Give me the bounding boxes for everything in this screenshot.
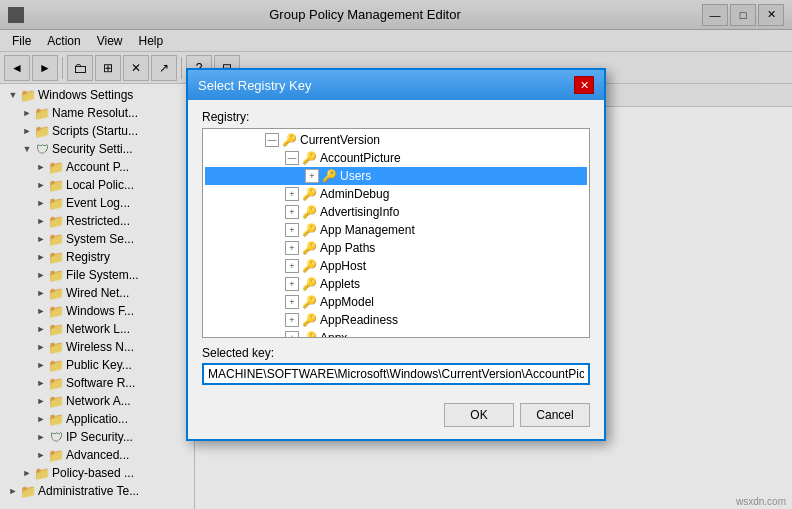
cancel-button[interactable]: Cancel xyxy=(520,403,590,427)
dialog-footer: OK Cancel xyxy=(188,395,604,439)
reg-item-advertising-info[interactable]: + 🔑 AdvertisingInfo xyxy=(205,203,587,221)
reg-key-icon-app-host: 🔑 xyxy=(301,258,317,274)
reg-expander-users[interactable]: + xyxy=(305,169,319,183)
reg-item-appx[interactable]: + 🔑 Appx xyxy=(205,329,587,338)
reg-expander-app-model[interactable]: + xyxy=(285,295,299,309)
reg-item-app-host[interactable]: + 🔑 AppHost xyxy=(205,257,587,275)
reg-key-icon-users: 🔑 xyxy=(321,168,337,184)
reg-key-icon-applets: 🔑 xyxy=(301,276,317,292)
reg-item-current-version[interactable]: — 🔑 CurrentVersion xyxy=(205,131,587,149)
reg-key-icon-admin-debug: 🔑 xyxy=(301,186,317,202)
reg-key-icon-app-paths: 🔑 xyxy=(301,240,317,256)
dialog-title: Select Registry Key xyxy=(198,78,311,93)
reg-key-icon-app-model: 🔑 xyxy=(301,294,317,310)
reg-expander-app-paths[interactable]: + xyxy=(285,241,299,255)
registry-label: Registry: xyxy=(202,110,590,124)
reg-item-app-paths[interactable]: + 🔑 App Paths xyxy=(205,239,587,257)
dialog-close-button[interactable]: ✕ xyxy=(574,76,594,94)
reg-expander-app-readiness[interactable]: + xyxy=(285,313,299,327)
selected-key-label: Selected key: xyxy=(202,346,590,360)
dialog-body: Registry: — 🔑 CurrentVersion — 🔑 Account… xyxy=(188,100,604,395)
reg-key-icon-account-picture: 🔑 xyxy=(301,150,317,166)
ok-button[interactable]: OK xyxy=(444,403,514,427)
reg-key-icon-app-management: 🔑 xyxy=(301,222,317,238)
reg-item-applets[interactable]: + 🔑 Applets xyxy=(205,275,587,293)
reg-item-app-model[interactable]: + 🔑 AppModel xyxy=(205,293,587,311)
reg-expander-current-version[interactable]: — xyxy=(265,133,279,147)
reg-item-app-management[interactable]: + 🔑 App Management xyxy=(205,221,587,239)
reg-key-icon-advertising-info: 🔑 xyxy=(301,204,317,220)
dialog-title-bar: Select Registry Key ✕ xyxy=(188,70,604,100)
select-registry-key-dialog: Select Registry Key ✕ Registry: — 🔑 Curr… xyxy=(186,68,606,441)
registry-tree[interactable]: — 🔑 CurrentVersion — 🔑 AccountPicture + … xyxy=(202,128,590,338)
reg-key-icon-app-readiness: 🔑 xyxy=(301,312,317,328)
reg-item-app-readiness[interactable]: + 🔑 AppReadiness xyxy=(205,311,587,329)
reg-expander-appx[interactable]: + xyxy=(285,331,299,338)
selected-key-area: Selected key: xyxy=(202,346,590,385)
reg-key-icon-appx: 🔑 xyxy=(301,330,317,338)
selected-key-input[interactable] xyxy=(202,363,590,385)
reg-expander-app-management[interactable]: + xyxy=(285,223,299,237)
reg-expander-account-picture[interactable]: — xyxy=(285,151,299,165)
reg-item-admin-debug[interactable]: + 🔑 AdminDebug xyxy=(205,185,587,203)
reg-key-icon-current-version: 🔑 xyxy=(281,132,297,148)
reg-expander-applets[interactable]: + xyxy=(285,277,299,291)
reg-expander-admin-debug[interactable]: + xyxy=(285,187,299,201)
reg-item-account-picture[interactable]: — 🔑 AccountPicture xyxy=(205,149,587,167)
modal-overlay: Select Registry Key ✕ Registry: — 🔑 Curr… xyxy=(0,0,792,509)
reg-expander-advertising-info[interactable]: + xyxy=(285,205,299,219)
reg-item-users[interactable]: + 🔑 Users xyxy=(205,167,587,185)
reg-expander-app-host[interactable]: + xyxy=(285,259,299,273)
